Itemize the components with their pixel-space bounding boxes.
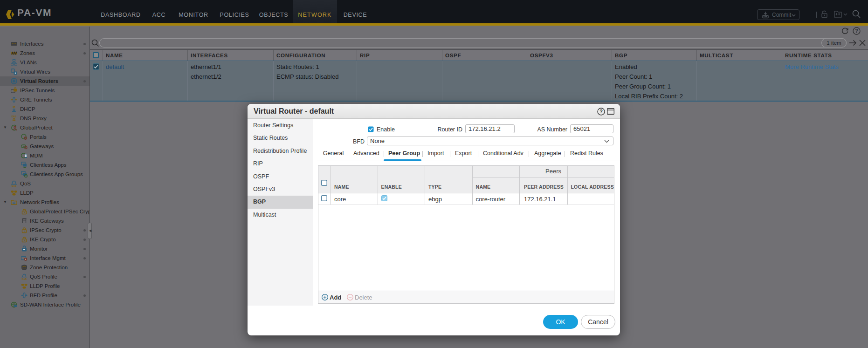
svg-text:QoS: QoS — [22, 278, 27, 280]
svg-text:?: ? — [599, 109, 603, 114]
svg-text:DNS: DNS — [12, 115, 17, 118]
svg-text:?: ? — [855, 28, 858, 34]
svg-text:QoS: QoS — [12, 184, 17, 187]
svg-text:IP: IP — [13, 106, 15, 109]
